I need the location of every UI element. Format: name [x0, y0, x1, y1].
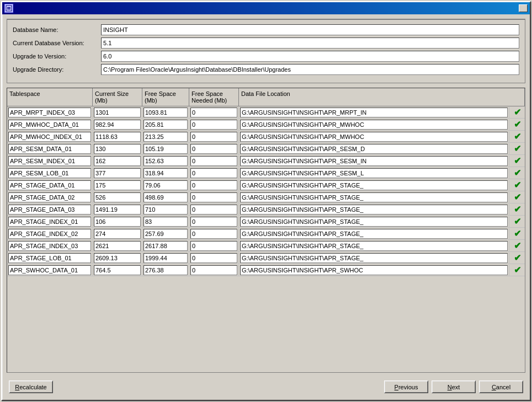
input-free-space[interactable] — [143, 144, 188, 154]
input-data-file[interactable] — [240, 144, 508, 154]
table-body: ✔ ✔ — [7, 106, 525, 372]
input-data-file[interactable] — [240, 180, 508, 190]
td-free-space — [142, 265, 189, 276]
input-free-needed[interactable] — [190, 229, 237, 239]
input-free-needed[interactable] — [190, 217, 237, 227]
input-data-file[interactable] — [240, 229, 508, 239]
td-data-file — [239, 228, 509, 239]
input-data-file[interactable] — [240, 156, 508, 166]
input-data-file[interactable] — [240, 265, 508, 275]
input-free-needed[interactable] — [190, 192, 237, 202]
input-free-needed[interactable] — [190, 168, 237, 178]
input-free-space[interactable] — [143, 192, 188, 202]
td-tablespace — [7, 156, 93, 167]
cancel-button[interactable]: Cancel — [479, 380, 523, 393]
input-upgrade-dir[interactable] — [101, 64, 519, 75]
input-free-space[interactable] — [143, 217, 188, 227]
td-free-needed — [189, 216, 239, 227]
input-current-size[interactable] — [94, 253, 141, 263]
input-current-size[interactable] — [94, 180, 141, 190]
input-tablespace[interactable] — [8, 241, 91, 251]
input-free-needed[interactable] — [190, 144, 237, 154]
input-tablespace[interactable] — [8, 192, 91, 202]
input-tablespace[interactable] — [8, 168, 91, 178]
check-mark-icon: ✔ — [514, 240, 521, 251]
input-free-needed[interactable] — [190, 205, 237, 215]
input-current-size[interactable] — [94, 120, 141, 130]
td-free-space — [142, 204, 189, 215]
table-row: ✔ — [7, 264, 525, 276]
input-data-file[interactable] — [240, 168, 508, 178]
input-db-name[interactable] — [101, 24, 519, 35]
input-current-size[interactable] — [94, 241, 141, 251]
input-free-needed[interactable] — [190, 265, 237, 275]
td-free-needed — [189, 156, 239, 167]
input-current-size[interactable] — [94, 156, 141, 166]
input-free-space[interactable] — [143, 108, 188, 117]
input-current-size[interactable] — [94, 132, 141, 142]
input-data-file[interactable] — [240, 253, 508, 263]
window-icon — [4, 4, 13, 13]
input-free-needed[interactable] — [190, 253, 237, 263]
input-current-size[interactable] — [94, 205, 141, 215]
input-current-size[interactable] — [94, 168, 141, 178]
input-data-file[interactable] — [240, 241, 508, 251]
td-current-size — [93, 180, 142, 191]
input-free-needed[interactable] — [190, 241, 237, 251]
input-free-space[interactable] — [143, 168, 188, 178]
input-tablespace[interactable] — [8, 180, 91, 190]
td-tablespace — [7, 119, 93, 130]
input-current-size[interactable] — [94, 192, 141, 202]
input-tablespace[interactable] — [8, 156, 91, 166]
input-tablespace[interactable] — [8, 205, 91, 215]
input-current-size[interactable] — [94, 217, 141, 227]
input-tablespace[interactable] — [8, 120, 91, 130]
form-row-upgrade-dir: Upgrade Directory: — [13, 64, 519, 75]
input-free-needed[interactable] — [190, 108, 237, 117]
input-free-needed[interactable] — [190, 156, 237, 166]
td-current-size — [93, 216, 142, 227]
check-mark-icon: ✔ — [514, 143, 521, 154]
input-data-file[interactable] — [240, 108, 508, 117]
input-data-file[interactable] — [240, 205, 508, 215]
input-free-space[interactable] — [143, 120, 188, 130]
check-mark-icon: ✔ — [514, 156, 521, 166]
input-upgrade-version[interactable] — [101, 51, 519, 62]
input-free-space[interactable] — [143, 265, 188, 275]
main-window: Database Name: Current Database Version:… — [1, 1, 531, 401]
input-free-space[interactable] — [143, 180, 188, 190]
input-data-file[interactable] — [240, 192, 508, 202]
input-data-file[interactable] — [240, 217, 508, 227]
input-tablespace[interactable] — [8, 144, 91, 154]
input-free-space[interactable] — [143, 205, 188, 215]
input-free-space[interactable] — [143, 132, 188, 142]
td-free-needed — [189, 131, 239, 142]
input-free-needed[interactable] — [190, 180, 237, 190]
input-tablespace[interactable] — [8, 253, 91, 263]
previous-button[interactable]: Previous — [384, 380, 428, 393]
input-current-size[interactable] — [94, 144, 141, 154]
input-current-size[interactable] — [94, 108, 141, 117]
input-free-space[interactable] — [143, 156, 188, 166]
td-check: ✔ — [509, 179, 525, 191]
input-current-size[interactable] — [94, 265, 141, 275]
input-data-file[interactable] — [240, 132, 508, 142]
input-free-needed[interactable] — [190, 120, 237, 130]
input-free-space[interactable] — [143, 229, 188, 239]
td-free-space — [142, 253, 189, 264]
close-button[interactable] — [519, 4, 528, 12]
input-tablespace[interactable] — [8, 229, 91, 239]
input-data-file[interactable] — [240, 120, 508, 130]
input-current-size[interactable] — [94, 229, 141, 239]
input-current-version[interactable] — [101, 37, 519, 49]
input-free-needed[interactable] — [190, 132, 237, 142]
input-tablespace[interactable] — [8, 217, 91, 227]
input-tablespace[interactable] — [8, 132, 91, 142]
input-tablespace[interactable] — [8, 265, 91, 275]
td-check: ✔ — [509, 143, 525, 154]
input-free-space[interactable] — [143, 253, 188, 263]
input-free-space[interactable] — [143, 241, 188, 251]
input-tablespace[interactable] — [8, 108, 91, 117]
recalculate-button[interactable]: Recalculate — [9, 380, 53, 393]
next-button[interactable]: Next — [432, 380, 476, 393]
